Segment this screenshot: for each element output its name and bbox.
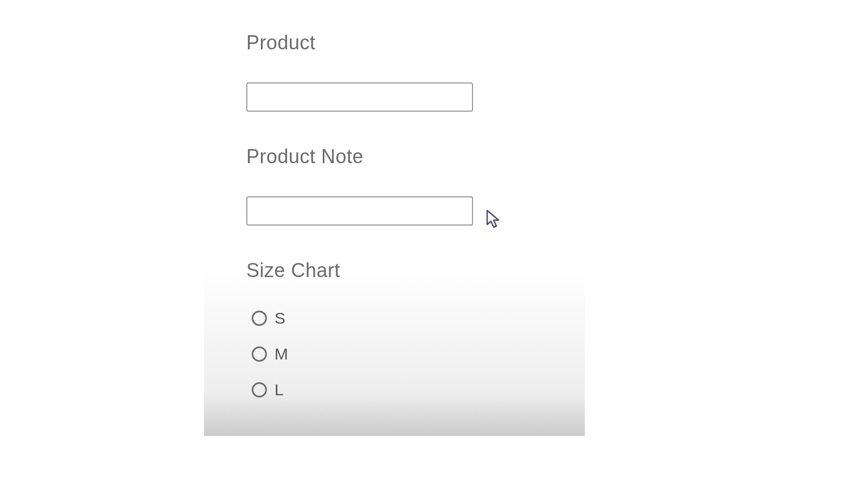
radio-label: S — [275, 310, 286, 326]
size-radio-s[interactable]: S — [252, 310, 626, 326]
product-note-label: Product Note — [246, 145, 626, 168]
product-note-input[interactable] — [246, 196, 473, 226]
radio-icon — [252, 382, 267, 397]
radio-label: M — [275, 346, 289, 362]
product-form: Product Product Note Size Chart S M L — [246, 31, 626, 418]
product-input[interactable] — [246, 82, 473, 112]
radio-label: L — [275, 382, 284, 398]
radio-icon — [252, 311, 267, 326]
size-radio-m[interactable]: M — [252, 346, 626, 362]
size-chart-label: Size Chart — [246, 259, 626, 282]
product-label: Product — [246, 31, 626, 54]
size-radio-group: S M L — [246, 310, 626, 398]
size-radio-l[interactable]: L — [252, 382, 626, 398]
radio-icon — [252, 346, 267, 362]
